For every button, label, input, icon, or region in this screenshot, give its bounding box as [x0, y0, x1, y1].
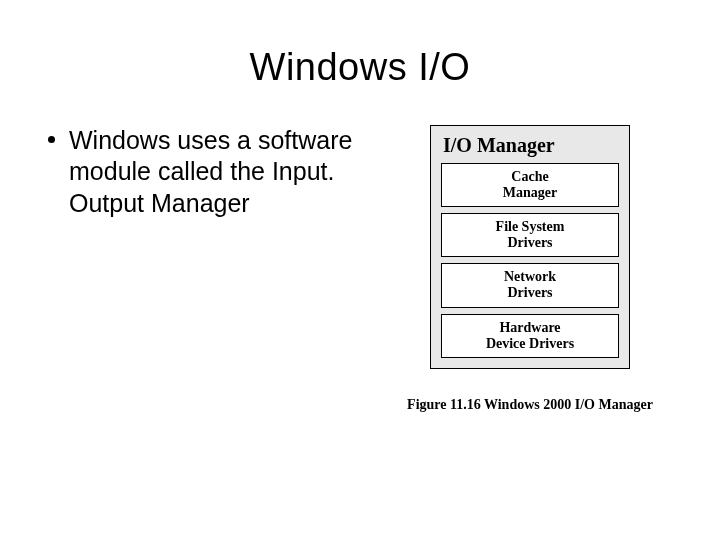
figure-caption: Figure 11.16 Windows 2000 I/O Manager	[400, 397, 660, 413]
io-manager-heading: I/O Manager	[441, 134, 619, 157]
io-sub-box: NetworkDrivers	[441, 263, 619, 307]
bullet-text: Windows uses a software module called th…	[69, 125, 370, 219]
slide-title: Windows I/O	[0, 0, 720, 89]
slide: Windows I/O Windows uses a software modu…	[0, 0, 720, 540]
figure-column: I/O Manager CacheManager File SystemDriv…	[370, 125, 690, 413]
io-sub-box: File SystemDrivers	[441, 213, 619, 257]
io-manager-box: I/O Manager CacheManager File SystemDriv…	[430, 125, 630, 369]
slide-body: Windows uses a software module called th…	[0, 89, 720, 413]
bullet-column: Windows uses a software module called th…	[30, 125, 370, 413]
bullet-item: Windows uses a software module called th…	[48, 125, 370, 219]
bullet-dot-icon	[48, 136, 55, 143]
io-sub-box: CacheManager	[441, 163, 619, 207]
io-sub-box: HardwareDevice Drivers	[441, 314, 619, 358]
